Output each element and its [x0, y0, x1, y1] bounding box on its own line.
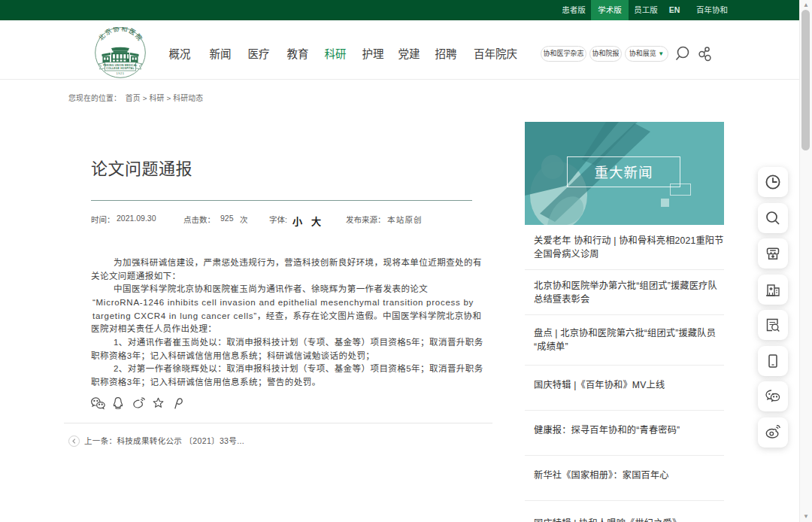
svg-text:PEKING UNION MEDICAL: PEKING UNION MEDICAL: [103, 64, 137, 67]
svg-text:COLLEGE HOSPITAL: COLLEGE HOSPITAL: [106, 67, 134, 70]
svg-text:1921: 1921: [117, 71, 125, 75]
